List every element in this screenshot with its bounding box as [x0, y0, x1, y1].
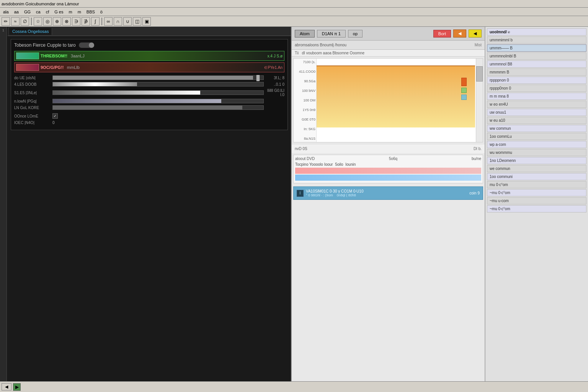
- header-btn-bort[interactable]: Bort: [433, 30, 451, 38]
- slider-fill-2: [53, 82, 137, 86]
- far-right-item: ~mu 0·c°om: [487, 189, 586, 196]
- slider-track-1[interactable]: [52, 75, 264, 80]
- header-btn-orange[interactable]: ◀: [453, 29, 466, 38]
- taskbar-icon-green[interactable]: ▶: [13, 383, 21, 391]
- mid-right-label: 5o6q: [389, 157, 397, 161]
- toggle-knob: [89, 42, 94, 48]
- right-header: Atom D1AN π 1 op Bort ◀ ◀: [292, 27, 485, 41]
- toolbar-btn-3[interactable]: ∅: [21, 17, 29, 26]
- y-label-4: 100 bNV: [294, 89, 315, 93]
- menu-item-ca[interactable]: ca: [34, 9, 43, 15]
- chart-title-row: Tii dI vouboom aaoa Bbsomne Ooomne: [292, 50, 485, 57]
- mid-right-header: aloout DVD 5o6q bu/ne: [295, 157, 481, 161]
- color-row-2[interactable]: 9OC/G/PG!! mmLlb ∈PYe1.An: [14, 62, 284, 72]
- header-btn-atom[interactable]: Atom: [295, 30, 315, 38]
- toolbar-btn-9[interactable]: ∌: [82, 17, 90, 26]
- chart-bar-green: [461, 88, 467, 93]
- tab-main[interactable]: Cossea Ongeliosas: [9, 28, 52, 35]
- subtitle-right: Mist: [475, 43, 482, 47]
- chart-bar-blue: [461, 95, 467, 100]
- checkbox-input[interactable]: ✓: [52, 113, 58, 119]
- slider-row-3: S1.E5 |3NLe| llillll G0.lLI I.0: [14, 88, 284, 97]
- notif-values: coin 9: [469, 191, 480, 195]
- toolbar-btn-12[interactable]: ∩: [114, 17, 122, 26]
- chart-fill: [317, 66, 475, 127]
- header-btn-yellow[interactable]: ◀: [469, 29, 482, 38]
- toolbar-btn-6[interactable]: ⊕: [53, 17, 61, 26]
- menu-item-o[interactable]: ö: [98, 9, 105, 15]
- color-row-2-label: 9OC/G/PG!!: [41, 65, 64, 70]
- checkbox-label: OOnce LOmE: [14, 114, 52, 118]
- number-label: IOEC |N4O|: [14, 121, 52, 125]
- menu-item-aa[interactable]: aa: [12, 9, 21, 15]
- notification: I VA10SlM01C 0·30 γ CO1M 0·U10 ° 0 98Ghl…: [293, 186, 483, 200]
- notif-sub-2: 0n8ql ( 80h8: [337, 193, 356, 197]
- left-panel: 1 Cossea Ongeliosas Tobeson Fierce Cuppl…: [0, 27, 291, 392]
- far-right-item: ~mu 0·c°om: [487, 205, 586, 212]
- slider-row-4: n.lowN |PGq|: [14, 99, 284, 103]
- number-row: IOEC |N4O| 0: [14, 121, 284, 125]
- toolbar-btn-10[interactable]: ∫: [91, 17, 100, 26]
- far-right-item: ummmnol B8: [487, 60, 586, 68]
- editor-content: Tobeson Fierce Cupple to taro THREBSOM!!…: [8, 36, 291, 392]
- menu-item-ala[interactable]: ala: [1, 9, 11, 15]
- title-bar: avsdobonim Goicubumondar ona Lámour: [0, 0, 588, 8]
- color-row-1[interactable]: THREBSOM!! 3aanLJ x.4 J S.ø: [14, 51, 284, 61]
- toolbar-btn-4[interactable]: ☆: [34, 17, 42, 26]
- toolbar-btn-14[interactable]: ◫: [133, 17, 141, 26]
- slider-value-3: llillll G0.lLI I.0: [265, 88, 284, 97]
- mid-right-content: Tocpino Yoooolo Ioour 5oilo lounin: [295, 162, 481, 181]
- slider-track-4[interactable]: [52, 99, 264, 103]
- mid-sub-left: Tocpino Yoooolo Ioour: [295, 162, 333, 167]
- chart-y-axis: 7100 (s. 411.COO0 90.5Ga 100 bNV 100 DM …: [294, 59, 317, 142]
- notif-sub-1: ° 0 98Ghl · : (9om: [306, 193, 333, 197]
- slider-track-5[interactable]: [52, 105, 264, 110]
- slider-handle-1[interactable]: [256, 75, 260, 81]
- tab-bar: Cossea Ongeliosas: [8, 27, 291, 36]
- far-right-item: m m mna 8: [487, 93, 586, 100]
- slider-fill-5: [53, 106, 242, 109]
- header-btn-op[interactable]: op: [348, 30, 363, 38]
- slider-track-2[interactable]: [52, 82, 264, 87]
- chart-bottom-left: nvD 0S: [295, 147, 307, 151]
- far-right-item: ~mu u·com: [487, 197, 586, 204]
- far-right-item: wp a·com: [487, 141, 586, 148]
- chart-size-label: Tii: [295, 51, 299, 55]
- menu-item-m2[interactable]: m: [75, 9, 83, 15]
- header-btn-dian[interactable]: D1AN π 1: [317, 30, 346, 38]
- far-right-item: wu wommmu: [487, 149, 586, 156]
- notif-icon: I: [297, 190, 304, 197]
- line-num-1: 1: [2, 28, 4, 32]
- taskbar-btn[interactable]: ◀: [2, 383, 11, 390]
- slider-track-3[interactable]: [52, 90, 264, 95]
- mid-val-right: bu/ne: [472, 157, 481, 161]
- y-label-5: 100 DM: [294, 98, 315, 102]
- far-right-panel[interactable]: uoolmnd/ ℮ ummmimml b ummm—— B ummmnolmb…: [485, 27, 588, 392]
- slider-row-1: do UE |olsN| 3f.L; 8: [14, 75, 284, 80]
- toggle-switch[interactable]: [79, 42, 94, 48]
- toolbar-btn-8[interactable]: ∋: [72, 17, 80, 26]
- toolbar-btn-11[interactable]: ∞: [104, 17, 113, 26]
- toolbar-btn-2[interactable]: ≈: [11, 17, 20, 26]
- far-right-item: mu 0·c°om: [487, 181, 586, 188]
- toolbar-btn-15[interactable]: ▣: [142, 17, 151, 26]
- chart-scrollbar[interactable]: [476, 59, 483, 142]
- color-swatch-red: [16, 64, 39, 71]
- toolbar-btn-7[interactable]: ⊗: [62, 17, 71, 26]
- editor-header: Tobeson Fierce Cupple to taro: [14, 42, 284, 48]
- toolbar-btn-1[interactable]: ✏: [2, 17, 10, 26]
- pink-bar: [295, 168, 481, 174]
- toolbar-btn-5[interactable]: ◎: [43, 17, 52, 26]
- menu-item-bbs[interactable]: BBS: [84, 9, 97, 15]
- far-right-item: ummmnolmbl B: [487, 52, 586, 60]
- menu-item-gg[interactable]: GG: [22, 9, 33, 15]
- blue-bar: [295, 175, 481, 181]
- scrollbar-thumb[interactable]: [476, 66, 483, 82]
- menu-bar: ala aa GG ca cf G es m m BBS ö: [0, 8, 588, 16]
- menu-item-m1[interactable]: m: [66, 9, 74, 15]
- menu-item-cf[interactable]: cf: [44, 9, 52, 15]
- color-row-2-values: ∈PYe1.An: [264, 65, 283, 70]
- menu-item-ges[interactable]: G es: [52, 9, 65, 15]
- color-label-1: THREBSOM!! 3aanLJ: [41, 54, 268, 58]
- toolbar-btn-13[interactable]: ∪: [123, 17, 132, 26]
